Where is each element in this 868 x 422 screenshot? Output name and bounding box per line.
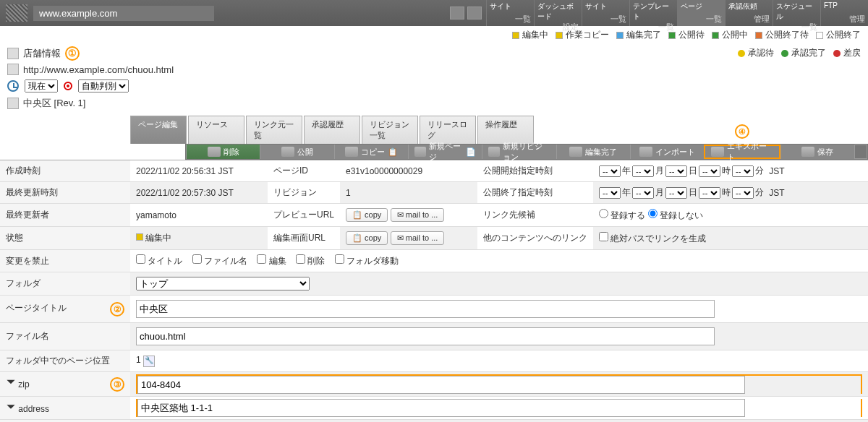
- month-select2[interactable]: --: [632, 187, 654, 199]
- properties-table: 作成時刻 2022/11/02 20:56:31 JST ページID e31v1…: [0, 160, 868, 422]
- day-select[interactable]: --: [665, 165, 687, 177]
- auto-select[interactable]: 自動判別: [78, 79, 129, 92]
- edit-done-button[interactable]: 編集完了: [556, 145, 630, 159]
- day-select2[interactable]: --: [665, 187, 687, 199]
- import-button[interactable]: インポート: [630, 145, 704, 159]
- cb-title[interactable]: タイトル: [136, 256, 182, 266]
- save-button[interactable]: 保存: [780, 145, 854, 159]
- status-workcopy: 作業コピー: [556, 29, 609, 41]
- status-pubwait: 公開待: [668, 29, 705, 41]
- annotation-4: ④: [735, 124, 749, 139]
- mailto-editurl-button[interactable]: ✉ mail to ...: [391, 231, 445, 245]
- nav-site[interactable]: サイト一覧: [486, 0, 534, 26]
- pagetitle-input[interactable]: [136, 300, 715, 318]
- forbid-val: タイトル ファイル名 編集 削除 フォルダ移動: [130, 250, 868, 272]
- folder-select[interactable]: トップ: [136, 277, 310, 290]
- month-select[interactable]: --: [632, 165, 654, 177]
- status-approvewait: 承認待: [738, 47, 774, 59]
- link-icon: [7, 64, 19, 75]
- chevron-down-icon[interactable]: [6, 402, 16, 412]
- status-pubendwait: 公開終了待: [755, 29, 809, 41]
- cb-delete[interactable]: 削除: [296, 256, 325, 266]
- cb-filename[interactable]: ファイル名: [192, 256, 247, 266]
- nav-ftp[interactable]: FTP管理: [820, 0, 868, 26]
- otherlink-val: 絶対パスでリンクを生成: [593, 227, 868, 250]
- disk-icon[interactable]: [854, 145, 867, 159]
- editurl-label: 編集画面URL: [268, 227, 340, 250]
- publish-button[interactable]: 公開: [260, 145, 333, 159]
- doc-icon: [7, 98, 19, 109]
- address-label: address: [0, 397, 130, 420]
- pageid-val: e31v1o0000000029: [340, 160, 477, 182]
- filename-input[interactable]: [136, 327, 715, 345]
- pubstart-label: 公開開始指定時刻: [477, 160, 593, 182]
- target-icon: [64, 82, 72, 90]
- otherlink-label: 他のコンテンツへのリンク: [477, 227, 593, 250]
- shop-info-label: 店舗情報: [23, 47, 61, 60]
- cb-foldermove[interactable]: フォルダ移動: [335, 256, 399, 266]
- status-editing: 編集中: [512, 29, 548, 41]
- pubend-val: --年 --月 --日 --時 --分 JST: [593, 182, 868, 204]
- cb-edit[interactable]: 編集: [257, 256, 286, 266]
- copy-button[interactable]: コピー📋: [334, 145, 408, 159]
- delete-button[interactable]: 削除: [186, 145, 260, 159]
- pagepos-label: フォルダ中でのページ位置: [0, 350, 130, 372]
- hour-select[interactable]: --: [699, 165, 720, 177]
- new-page-button[interactable]: 新規ページ📄: [408, 145, 482, 159]
- phone-label: phone: [0, 420, 130, 423]
- nav-template[interactable]: テンプレート一覧: [629, 0, 677, 26]
- nav-page[interactable]: ページ一覧: [677, 0, 725, 26]
- min-select2[interactable]: --: [732, 187, 754, 199]
- state-label: 状態: [0, 227, 130, 250]
- copy-preview-button[interactable]: 📋 copy: [346, 208, 388, 222]
- abspath-checkbox[interactable]: 絶対パスでリンクを生成: [599, 233, 706, 244]
- revision-label: 中央区 [Rev. 1]: [23, 97, 85, 110]
- chevron-down-icon[interactable]: [6, 377, 16, 387]
- zip-input[interactable]: [137, 376, 745, 394]
- new-revision-button[interactable]: 新規リビジョン: [482, 145, 556, 159]
- tab-linksrc[interactable]: リンク元一覧: [246, 116, 302, 144]
- status-rejected: 差戻: [833, 47, 861, 59]
- updated-label: 最終更新時刻: [0, 182, 130, 204]
- export-button[interactable]: ④ エキスポート: [704, 145, 780, 159]
- tab-page-edit[interactable]: ページ編集: [130, 116, 187, 144]
- wrench-icon[interactable]: 🔧: [143, 356, 155, 367]
- nav-schedule[interactable]: スケジュール一覧: [773, 0, 820, 26]
- hour-select2[interactable]: --: [699, 187, 720, 199]
- tab-approval-history[interactable]: 承認履歴: [304, 116, 360, 144]
- year-select[interactable]: --: [599, 165, 621, 177]
- address-input[interactable]: [137, 399, 745, 417]
- global-nav: サイト一覧 ダッシュボード設定 サイト一覧 テンプレート一覧 ページ一覧 承認依…: [486, 0, 868, 26]
- newdoc-icon: 📄: [466, 147, 476, 157]
- time-select[interactable]: 現在: [25, 79, 58, 92]
- revision-row: 中央区 [Rev. 1]: [0, 95, 868, 111]
- nav-dashboard[interactable]: ダッシュボード設定: [534, 0, 582, 26]
- forbid-label: 変更を禁止: [0, 250, 130, 272]
- mailto-preview-button[interactable]: ✉ mail to ...: [391, 208, 445, 222]
- status-pubend: 公開終了: [816, 29, 861, 41]
- year-select2[interactable]: --: [599, 187, 621, 199]
- pubend-label: 公開終了指定時刻: [477, 182, 593, 204]
- editurl-val: 📋 copy ✉ mail to ...: [340, 227, 477, 250]
- updater-val: yamamoto: [130, 204, 268, 227]
- status-legend-2: 承認待 承認完了 差戻: [731, 44, 868, 62]
- noregister-radio[interactable]: 登録しない: [648, 210, 703, 220]
- toolbar-icon-1[interactable]: [450, 7, 464, 20]
- nav-site2[interactable]: サイト一覧: [582, 0, 629, 26]
- tab-ops-history[interactable]: 操作履歴: [477, 116, 534, 144]
- tab-release-log[interactable]: リリースログ: [420, 116, 476, 144]
- toolbar-icon-2[interactable]: [467, 7, 482, 20]
- min-select[interactable]: --: [732, 165, 754, 177]
- linkcand-label: リンク先候補: [477, 204, 593, 227]
- status-approved: 承認完了: [781, 47, 826, 59]
- tab-resource[interactable]: リソース: [188, 116, 244, 144]
- tab-revisions[interactable]: リビジョン一覧: [362, 116, 418, 144]
- pubstart-val: --年 --月 --日 --時 --分 JST: [593, 160, 868, 182]
- register-radio[interactable]: 登録する: [599, 210, 645, 220]
- linkcand-val: 登録する 登録しない: [593, 204, 868, 227]
- page-icon: [7, 48, 19, 59]
- nav-approval[interactable]: 承認依頼管理: [725, 0, 773, 26]
- filename-label: ファイル名: [0, 323, 130, 350]
- page-tabs: ページ編集 リソース リンク元一覧 承認履歴 リビジョン一覧 リリースログ 操作…: [130, 116, 868, 144]
- copy-editurl-button[interactable]: 📋 copy: [346, 231, 388, 245]
